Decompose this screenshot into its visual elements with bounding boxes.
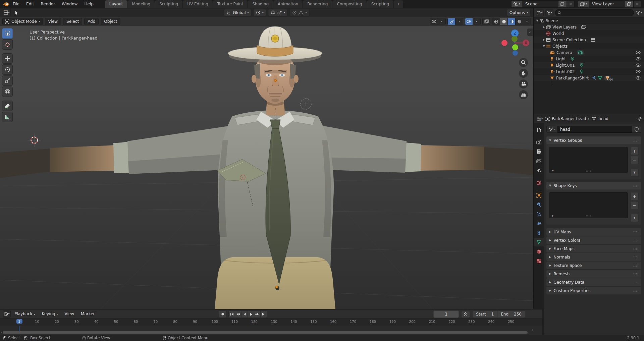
hide-toggle-eye-icon[interactable]	[636, 51, 641, 54]
shading-rendered-button[interactable]	[516, 18, 523, 25]
mode-dropdown[interactable]: Object Mode ▾	[2, 18, 43, 25]
hide-toggle-eye-icon[interactable]	[636, 63, 641, 67]
tab-compositing[interactable]: Compositing	[332, 0, 366, 8]
shading-wireframe-button[interactable]	[492, 18, 500, 25]
menu-add[interactable]: Add	[84, 18, 99, 25]
scene-icon[interactable]: ▾	[512, 1, 522, 7]
panel-vertex-colors[interactable]: ▶Vertex Colors::::	[546, 236, 641, 244]
panel-custom-properties[interactable]: ▶Custom Properties::::	[546, 287, 641, 294]
panel-texture-space[interactable]: ▶Texture Space::::	[546, 262, 641, 269]
tab-output[interactable]	[534, 147, 544, 156]
add-workspace-button[interactable]: +	[394, 0, 403, 8]
prev-keyframe-button[interactable]	[235, 311, 241, 318]
tab-view-layer[interactable]	[534, 157, 544, 165]
sidebar-toggle[interactable]: ‹	[527, 29, 533, 36]
transform-orientation-dropdown[interactable]: Global ▾	[224, 9, 251, 16]
panel-grip-icon[interactable]: ::::	[633, 247, 639, 250]
remove-vertex-group-button[interactable]: −	[630, 156, 639, 164]
caret-down-icon[interactable]: ▼	[535, 19, 539, 22]
timeline-scrollbar[interactable]	[3, 331, 528, 334]
unlink-scene-button[interactable]: ✕	[567, 1, 574, 7]
menu-render[interactable]: Render	[37, 1, 58, 7]
options-dropdown[interactable]: Options ▾	[507, 9, 531, 16]
panel-grip-icon[interactable]: ::::	[633, 230, 639, 234]
tab-rendering[interactable]: Rendering	[303, 0, 332, 8]
outliner-search[interactable]	[555, 9, 634, 16]
xray-toggle[interactable]	[482, 18, 490, 25]
auto-keying-button[interactable]	[219, 310, 227, 318]
tab-material[interactable]	[534, 247, 544, 256]
new-scene-button[interactable]	[558, 1, 567, 7]
shape-keys-list[interactable]: ▶ ::::	[549, 192, 628, 218]
shading-material-button[interactable]	[508, 18, 516, 25]
tab-texture[interactable]	[534, 257, 544, 265]
gizmos-toggle[interactable]: ▾	[447, 18, 463, 25]
outliner-row-light-002[interactable]: Light.002	[534, 68, 644, 75]
outliner-row-view-layers[interactable]: ▶ View Layers	[534, 24, 644, 30]
list-grip-icon[interactable]: ::::	[586, 214, 591, 218]
gizmo-minus-x-axis[interactable]	[501, 40, 507, 46]
pin-id-button[interactable]	[637, 117, 642, 121]
hide-toggle-eye-icon[interactable]	[636, 76, 641, 80]
timeline-editor-type-button[interactable]: ▾	[3, 310, 11, 318]
tab-render[interactable]	[534, 138, 544, 147]
new-view-layer-button[interactable]	[625, 1, 633, 7]
outliner-row-objects[interactable]: ▼ Objects	[534, 43, 644, 49]
view-layer-name[interactable]: View Layer	[589, 1, 625, 7]
panel-normals[interactable]: ▶Normals::::	[546, 253, 641, 261]
pivot-point-dropdown[interactable]: ▾	[254, 9, 266, 16]
remove-view-layer-button[interactable]: ✕	[633, 1, 641, 7]
panel-grip-icon[interactable]: ::::	[633, 281, 639, 284]
properties-editor-type-button[interactable]: ▾	[536, 115, 543, 122]
tool-annotate[interactable]	[2, 101, 13, 111]
start-frame-field[interactable]: Start 1	[472, 310, 497, 318]
tab-constraints[interactable]	[534, 228, 544, 237]
view-layer-icon[interactable]: ▾	[578, 1, 589, 7]
timeline-corner-handle[interactable]: ›	[1, 330, 2, 335]
outliner-row-parkrangershirt[interactable]: ParkRangerShirt 12	[534, 75, 644, 81]
tab-tool[interactable]	[534, 125, 544, 134]
jump-start-button[interactable]	[229, 311, 235, 318]
list-grip-icon[interactable]: ::::	[586, 169, 591, 172]
outliner-row-scene-collection[interactable]: ▶ Scene Collection	[534, 37, 644, 43]
panel-uv-maps[interactable]: ▶UV Maps::::	[546, 228, 641, 236]
outliner-row-light[interactable]: Light	[534, 56, 644, 62]
tab-particles[interactable]	[534, 210, 544, 218]
caret-down-icon[interactable]: ▼	[542, 45, 546, 48]
play-button[interactable]	[248, 311, 254, 318]
hide-toggle-eye-icon[interactable]	[636, 70, 641, 73]
panel-face-maps[interactable]: ▶Face Maps::::	[546, 245, 641, 252]
viewport-3d[interactable]: User Perspective (1) Collection | ParkRa…	[0, 26, 533, 309]
tab-modifiers[interactable]	[534, 200, 544, 209]
menu-object[interactable]: Object	[101, 18, 120, 25]
timeline-corner-handle[interactable]: ‹	[532, 328, 533, 332]
shape-key-specials-button[interactable]: ▼	[630, 214, 639, 222]
outliner-row-camera[interactable]: Camera	[534, 49, 644, 56]
tab-animation[interactable]: Animation	[273, 0, 303, 8]
panel-grip-icon[interactable]: ::::	[633, 264, 639, 267]
breadcrumb-object-name[interactable]: ParkRanger-head	[552, 116, 586, 121]
tab-uv-editing[interactable]: UV Editing	[183, 0, 213, 8]
outliner-search-input[interactable]	[563, 10, 631, 15]
menu-file[interactable]: File	[9, 1, 23, 7]
mesh-data-badge[interactable]: 12	[604, 76, 610, 80]
tool-transform[interactable]	[2, 87, 13, 97]
panel-grip-icon[interactable]: ::::	[633, 272, 639, 276]
panel-geometry-data[interactable]: ▶Geometry Data::::	[546, 278, 641, 286]
datablock-type-dropdown[interactable]: ▾	[546, 126, 557, 133]
list-resize-icon[interactable]: ▶	[552, 169, 554, 172]
tab-world[interactable]	[534, 178, 544, 187]
scene-name[interactable]: Scene	[522, 1, 558, 7]
panel-grip-icon[interactable]: ::::	[633, 184, 639, 187]
snap-controls[interactable]: ▾	[268, 9, 288, 16]
menu-edit[interactable]: Edit	[23, 1, 37, 7]
tab-modeling[interactable]: Modeling	[128, 0, 155, 8]
proportional-editing-controls[interactable]: ▾	[290, 9, 310, 16]
tool-rotate[interactable]	[2, 64, 13, 75]
vertex-group-specials-button[interactable]: ▼	[630, 169, 639, 177]
panel-grip-icon[interactable]: ::::	[633, 255, 639, 259]
panel-grip-icon[interactable]: ::::	[633, 289, 639, 292]
caret-right-icon[interactable]: ▶	[542, 25, 546, 29]
menu-marker[interactable]: Marker	[78, 311, 98, 317]
display-mode-dropdown[interactable]: ▾	[536, 9, 544, 16]
